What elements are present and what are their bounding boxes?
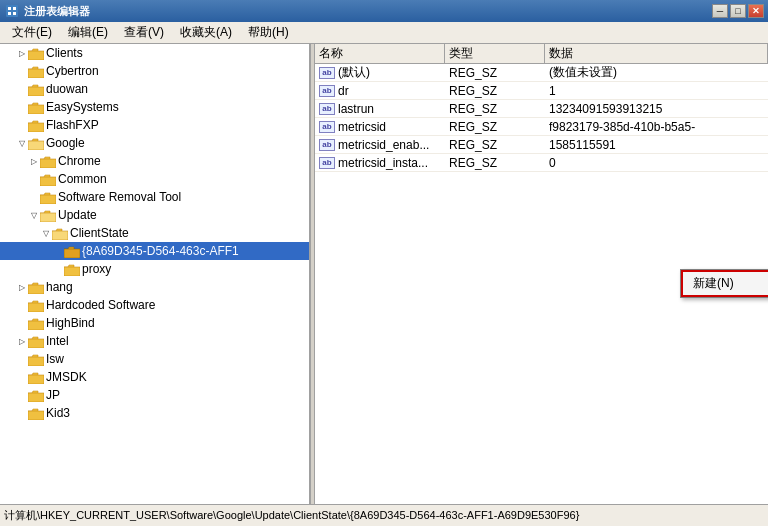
tree-item-label: {8A69D345-D564-463c-AFF1 — [82, 244, 239, 258]
tree-item-jmsdk[interactable]: ▷ JMSDK — [0, 368, 309, 386]
ab-icon: ab — [319, 157, 335, 169]
cell-name: ab metricsid_insta... — [315, 154, 445, 171]
tree-item-label: Isw — [46, 352, 64, 366]
svg-rect-8 — [28, 69, 44, 78]
folder-open-icon — [40, 208, 56, 222]
folder-icon — [64, 244, 80, 258]
window-title: 注册表编辑器 — [24, 4, 712, 19]
cell-type: REG_SZ — [445, 136, 545, 153]
table-row[interactable]: ab (默认) REG_SZ (数值未设置) — [315, 64, 768, 82]
menu-favorites[interactable]: 收藏夹(A) — [172, 22, 240, 43]
tree-item-label: ClientState — [70, 226, 129, 240]
close-button[interactable]: ✕ — [748, 4, 764, 18]
tree-item-jp[interactable]: ▷ JP — [0, 386, 309, 404]
expand-arrow: ▷ — [16, 335, 28, 347]
tree-item-label: proxy — [82, 262, 111, 276]
maximize-button[interactable]: □ — [730, 4, 746, 18]
cell-type: REG_SZ — [445, 154, 545, 171]
ab-icon: ab — [319, 103, 335, 115]
tree-item-label: Intel — [46, 334, 69, 348]
tree-item-label: Kid3 — [46, 406, 70, 420]
tree-item-hang[interactable]: ▷ hang — [0, 278, 309, 296]
tree-item-hardcoded[interactable]: ▷ Hardcoded Software — [0, 296, 309, 314]
window-controls: ─ □ ✕ — [712, 4, 764, 18]
status-text: 计算机\HKEY_CURRENT_USER\Software\Google\Up… — [4, 508, 579, 523]
tree-item-clientstate[interactable]: ▽ ClientState — [0, 224, 309, 242]
svg-rect-34 — [28, 303, 44, 312]
menu-file[interactable]: 文件(E) — [4, 22, 60, 43]
title-bar: 注册表编辑器 ─ □ ✕ — [0, 0, 768, 22]
svg-rect-14 — [28, 123, 44, 132]
value-name: (默认) — [338, 64, 370, 81]
svg-rect-1 — [8, 7, 11, 10]
tree-item-label: hang — [46, 280, 73, 294]
cell-data: f9823179-385d-410b-b5a5- — [545, 118, 768, 135]
folder-icon — [64, 262, 80, 276]
tree-item-proxy[interactable]: ▷ proxy — [0, 260, 309, 278]
tree-item-flashfxp[interactable]: ▷ FlashFXP — [0, 116, 309, 134]
table-row[interactable]: ab metricsid_enab... REG_SZ 1585115591 — [315, 136, 768, 154]
table-row[interactable]: ab metricsid_insta... REG_SZ 0 — [315, 154, 768, 172]
tree-item-label: Google — [46, 136, 85, 150]
folder-icon — [28, 316, 44, 330]
svg-rect-38 — [28, 339, 44, 348]
cell-data: (数值未设置) — [545, 64, 768, 81]
svg-rect-3 — [8, 12, 11, 15]
tree-item-software-removal-tool[interactable]: ▷ Software Removal Tool — [0, 188, 309, 206]
registry-tree[interactable]: ▷ Clients ▷ Cybertron ▷ duowan ▷ — [0, 44, 310, 504]
svg-rect-4 — [13, 12, 16, 15]
cell-type: REG_SZ — [445, 82, 545, 99]
cell-type: REG_SZ — [445, 118, 545, 135]
cell-data: 0 — [545, 154, 768, 171]
tree-item-chrome[interactable]: ▷ Chrome — [0, 152, 309, 170]
table-row[interactable]: ab dr REG_SZ 1 — [315, 82, 768, 100]
svg-rect-18 — [40, 159, 56, 168]
folder-icon — [28, 334, 44, 348]
table-row[interactable]: ab metricsid REG_SZ f9823179-385d-410b-b… — [315, 118, 768, 136]
tree-item-label: Hardcoded Software — [46, 298, 155, 312]
folder-icon — [28, 406, 44, 420]
value-name: metricsid_enab... — [338, 138, 429, 152]
folder-icon — [40, 190, 56, 204]
cell-name: ab lastrun — [315, 100, 445, 117]
folder-icon — [28, 64, 44, 78]
tree-item-clients[interactable]: ▷ Clients — [0, 44, 309, 62]
svg-rect-30 — [64, 267, 80, 276]
tree-item-update[interactable]: ▽ Update — [0, 206, 309, 224]
context-menu-item-new[interactable]: 新建(N) ▶ — [681, 270, 768, 297]
menu-view[interactable]: 查看(V) — [116, 22, 172, 43]
menu-edit[interactable]: 编辑(E) — [60, 22, 116, 43]
column-name: 名称 — [315, 44, 445, 63]
tree-item-label: Clients — [46, 46, 83, 60]
tree-item-duowan[interactable]: ▷ duowan — [0, 80, 309, 98]
svg-rect-22 — [40, 195, 56, 204]
tree-item-kid3[interactable]: ▷ Kid3 — [0, 404, 309, 422]
svg-rect-20 — [40, 177, 56, 186]
tree-item-isw[interactable]: ▷ Isw — [0, 350, 309, 368]
tree-item-cybertron[interactable]: ▷ Cybertron — [0, 62, 309, 80]
cell-name: ab metricsid — [315, 118, 445, 135]
tree-item-google[interactable]: ▽ Google — [0, 134, 309, 152]
column-type: 类型 — [445, 44, 545, 63]
tree-item-label: HighBind — [46, 316, 95, 330]
svg-rect-24 — [40, 213, 56, 222]
app-icon — [4, 3, 20, 19]
svg-rect-2 — [13, 7, 16, 10]
tree-item-common[interactable]: ▷ Common — [0, 170, 309, 188]
tree-item-highbind[interactable]: ▷ HighBind — [0, 314, 309, 332]
main-container: ▷ Clients ▷ Cybertron ▷ duowan ▷ — [0, 44, 768, 504]
tree-item-easysystems[interactable]: ▷ EasySystems — [0, 98, 309, 116]
folder-icon — [28, 352, 44, 366]
value-name: dr — [338, 84, 349, 98]
value-name: metricsid_insta... — [338, 156, 428, 170]
table-row[interactable]: ab lastrun REG_SZ 13234091593913215 — [315, 100, 768, 118]
cell-name: ab (默认) — [315, 64, 445, 81]
menu-help[interactable]: 帮助(H) — [240, 22, 297, 43]
tree-item-guid[interactable]: ▷ {8A69D345-D564-463c-AFF1 — [0, 242, 309, 260]
tree-item-label: Common — [58, 172, 107, 186]
tree-item-intel[interactable]: ▷ Intel — [0, 332, 309, 350]
tree-item-label: EasySystems — [46, 100, 119, 114]
minimize-button[interactable]: ─ — [712, 4, 728, 18]
folder-icon — [28, 82, 44, 96]
svg-rect-6 — [28, 51, 44, 60]
